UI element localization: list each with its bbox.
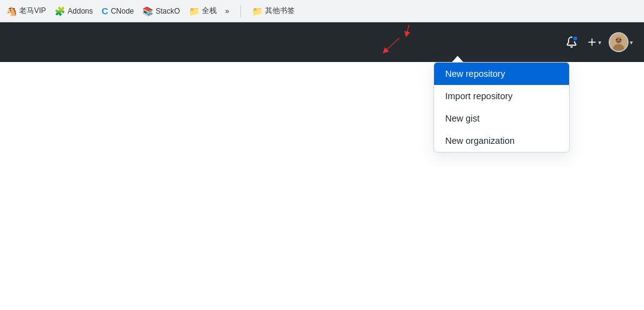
separator	[240, 5, 241, 17]
folder-icon: 📁	[189, 6, 199, 16]
create-dropdown: New repository Import repository New gis…	[433, 56, 570, 153]
bookmark-laoma-label: 老马VIP	[19, 6, 46, 16]
bookmark-cnode[interactable]: C CNode	[102, 6, 134, 16]
bookmark-quanzhan-label: 全栈	[202, 6, 217, 16]
bookmark-more[interactable]: »	[225, 7, 230, 16]
stack-icon: 📚	[142, 6, 153, 16]
bookmark-addons[interactable]: 🧩 Addons	[54, 6, 93, 16]
folder2-icon: 📁	[252, 6, 263, 16]
header-right: ▾ ▾	[562, 31, 634, 53]
plus-icon	[587, 37, 597, 47]
svg-line-5	[407, 25, 409, 35]
bookmark-quanzhan[interactable]: 📁 全栈	[189, 6, 217, 16]
avatar	[609, 32, 629, 52]
bookmark-addons-label: Addons	[67, 7, 93, 16]
bookmark-laoma[interactable]: 🐴 老马VIP	[6, 6, 46, 16]
new-repository-item[interactable]: New repository	[434, 63, 569, 85]
svg-point-4	[620, 39, 621, 40]
bookmark-cnode-label: CNode	[111, 7, 134, 16]
svg-point-3	[616, 39, 617, 40]
avatar-svg	[610, 33, 627, 51]
user-menu-button[interactable]: ▾	[607, 31, 634, 53]
more-icon: »	[225, 7, 230, 16]
svg-line-6	[385, 38, 399, 51]
bookmark-other[interactable]: 📁 其他书签	[252, 6, 295, 16]
bookmark-stacko-label: StackO	[155, 7, 180, 16]
import-repository-item[interactable]: Import repository	[434, 85, 569, 107]
new-gist-item[interactable]: New gist	[434, 107, 569, 130]
cnode-icon: C	[102, 6, 108, 16]
avatar-caret-icon: ▾	[630, 39, 633, 46]
create-caret-icon: ▾	[598, 39, 601, 46]
notifications-button[interactable]	[562, 33, 581, 51]
horse-icon: 🐴	[6, 6, 17, 16]
new-organization-item[interactable]: New organization	[434, 130, 569, 152]
puzzle-icon: 🧩	[54, 6, 65, 16]
dropdown-menu: New repository Import repository New gis…	[433, 62, 570, 153]
github-header: ▾ ▾	[0, 22, 644, 62]
dropdown-caret	[452, 56, 463, 62]
bookmark-stacko[interactable]: 📚 StackO	[142, 6, 180, 16]
bookmark-bar: 🐴 老马VIP 🧩 Addons C CNode 📚 StackO 📁 全栈 »…	[0, 0, 644, 22]
avatar-face	[610, 32, 627, 52]
notification-dot	[572, 35, 578, 42]
create-new-button[interactable]: ▾	[585, 33, 604, 51]
bookmark-other-label: 其他书签	[265, 6, 295, 16]
